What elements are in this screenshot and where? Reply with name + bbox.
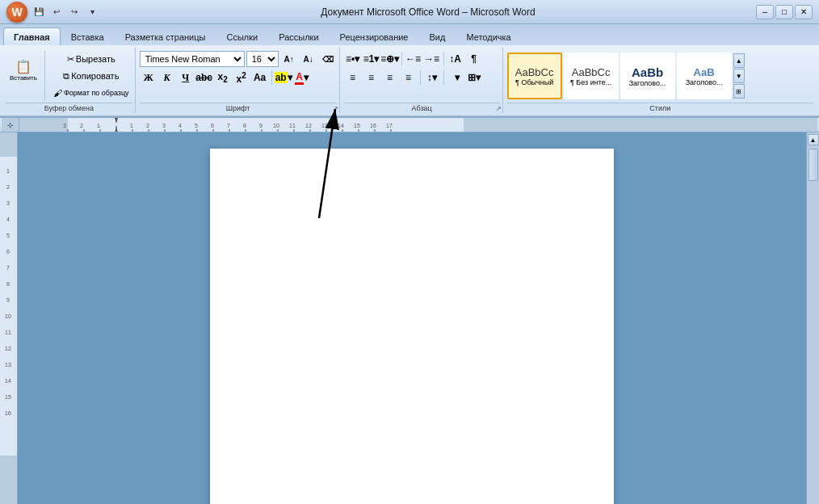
style-no-spacing-label: ¶ Без инте... — [570, 78, 611, 86]
bullets-button[interactable]: ≡•▾ — [344, 51, 362, 67]
align-center-button[interactable]: ≡ — [363, 69, 380, 86]
format-painter-button[interactable]: 🖌 Формат по образцу — [50, 85, 132, 101]
ruler-corner[interactable]: ⊹ — [2, 118, 19, 132]
title-bar: W 💾 ↩ ↪ ▾ Документ Microsoft Office Word… — [0, 0, 819, 24]
redo-button[interactable]: ↪ — [66, 4, 82, 20]
highlight-button[interactable]: ab▾ — [275, 69, 292, 86]
main-area: 1 2 3 4 5 6 7 8 9 10 11 12 13 14 15 16 — [0, 132, 819, 504]
tab-page-layout[interactable]: Разметка страницы — [115, 27, 216, 45]
decrease-indent-button[interactable]: ←≡ — [405, 51, 422, 67]
svg-rect-2 — [464, 118, 817, 132]
tab-review[interactable]: Рецензирование — [330, 27, 419, 45]
tab-insert[interactable]: Вставка — [61, 27, 115, 45]
svg-text:3: 3 — [6, 200, 10, 206]
svg-text:6: 6 — [211, 123, 214, 128]
save-button[interactable]: 💾 — [31, 4, 47, 20]
shading-button[interactable]: ▾ — [447, 69, 464, 86]
svg-text:8: 8 — [6, 281, 10, 287]
svg-text:14: 14 — [338, 123, 344, 128]
horizontal-ruler: ⊹ 3 2 1 1 2 3 — [0, 118, 819, 132]
svg-text:12: 12 — [305, 123, 312, 128]
strikethrough-button[interactable]: abc — [195, 69, 213, 86]
style-normal[interactable]: AaBbCc ¶ Обычный — [507, 52, 562, 99]
scroll-up-button[interactable]: ▲ — [808, 134, 819, 145]
cut-button[interactable]: ✂ Вырезать — [50, 51, 132, 67]
change-case-icon: Aa — [254, 72, 266, 83]
maximize-button[interactable]: □ — [775, 5, 793, 19]
tab-methodics[interactable]: Методичка — [456, 27, 521, 45]
justify-button[interactable]: ≡ — [400, 69, 418, 86]
show-hide-button[interactable]: ¶ — [465, 51, 483, 67]
document-page[interactable] — [210, 149, 614, 504]
underline-button[interactable]: Ч — [177, 69, 195, 86]
multilevel-button[interactable]: ≡⊕▾ — [381, 51, 399, 67]
svg-text:3: 3 — [162, 123, 166, 128]
svg-text:12: 12 — [5, 346, 11, 351]
font-size-select[interactable]: 16 12 14 18 — [246, 51, 279, 67]
line-spacing-icon: ↕ — [427, 72, 432, 83]
font-size-decrease-button[interactable]: A↓ — [300, 51, 317, 67]
superscript-button[interactable]: x2 — [233, 69, 250, 86]
style-normal-preview: AaBbCc — [515, 66, 554, 78]
paragraph-group-expand[interactable]: ↗ — [496, 105, 502, 112]
numbering-button[interactable]: ≡1▾ — [363, 51, 380, 67]
tab-references[interactable]: Ссылки — [216, 27, 268, 45]
paste-button[interactable]: 📋 Вставить — [6, 51, 41, 91]
window-title: Документ Microsoft Office Word – Microso… — [321, 6, 535, 18]
svg-text:7: 7 — [227, 123, 230, 128]
styles-navigation: ▲ ▼ ⊞ — [733, 53, 745, 99]
copy-button[interactable]: ⧉ Копировать — [50, 68, 132, 84]
svg-text:1: 1 — [97, 123, 100, 128]
font-size-increase-button[interactable]: A↑ — [280, 51, 298, 67]
svg-text:5: 5 — [6, 233, 10, 238]
close-button[interactable]: ✕ — [795, 5, 813, 19]
vertical-ruler: 1 2 3 4 5 6 7 8 9 10 11 12 13 14 15 16 — [0, 132, 18, 504]
subscript-button[interactable]: x2 — [214, 69, 232, 86]
border-button[interactable]: ⊞▾ — [465, 69, 483, 86]
quick-access-toolbar: 💾 ↩ ↪ ▾ — [31, 4, 100, 20]
svg-text:10: 10 — [273, 123, 279, 128]
ruler-body[interactable]: 3 2 1 1 2 3 4 5 6 7 — [19, 118, 817, 132]
italic-button[interactable]: К — [158, 69, 176, 86]
copy-icon: ⧉ — [63, 71, 69, 82]
styles-scroll-down[interactable]: ▼ — [733, 69, 745, 83]
styles-scroll-up[interactable]: ▲ — [733, 53, 745, 68]
increase-indent-icon: →≡ — [424, 53, 439, 65]
tab-mailings[interactable]: Рассылки — [268, 27, 329, 45]
style-heading1[interactable]: AaBb Заголово... — [620, 52, 675, 99]
align-left-button[interactable]: ≡ — [344, 69, 362, 86]
border-icon: ⊞ — [468, 72, 476, 83]
tab-home[interactable]: Главная — [3, 27, 61, 45]
svg-text:7: 7 — [6, 265, 10, 271]
font-color-button[interactable]: A▾ — [293, 69, 311, 86]
font-group-expand[interactable]: ↗ — [333, 105, 338, 112]
quick-access-dropdown[interactable]: ▾ — [84, 4, 100, 20]
align-center-icon: ≡ — [368, 72, 374, 83]
document-canvas[interactable] — [18, 132, 806, 504]
minimize-button[interactable]: – — [756, 5, 774, 19]
bold-button[interactable]: Ж — [140, 69, 158, 86]
style-heading2[interactable]: AaB Заголово... — [677, 52, 732, 99]
svg-rect-48 — [0, 456, 18, 504]
font-label: Шрифт — [140, 103, 337, 113]
undo-button[interactable]: ↩ — [48, 4, 65, 20]
clear-format-button[interactable]: ⌫ — [319, 51, 337, 67]
styles-more[interactable]: ⊞ — [733, 84, 745, 99]
line-spacing-button[interactable]: ↕▾ — [423, 69, 441, 86]
sort-button[interactable]: ↕A — [447, 51, 464, 67]
increase-indent-button[interactable]: →≡ — [423, 51, 441, 67]
vertical-scrollbar[interactable]: ▲ ▼ — [806, 132, 819, 504]
styles-group: AaBbCc ¶ Обычный AaBbCc ¶ Без инте... Aa… — [505, 48, 816, 113]
svg-text:14: 14 — [5, 378, 11, 384]
align-right-button[interactable]: ≡ — [381, 69, 399, 86]
tab-view[interactable]: Вид — [419, 27, 456, 45]
office-button[interactable]: W — [6, 2, 27, 23]
paste-icon: 📋 — [15, 61, 32, 74]
ribbon: Главная Вставка Разметка страницы Ссылки… — [0, 24, 819, 118]
font-name-select[interactable]: Times New Roman Arial Calibri — [140, 51, 245, 67]
style-no-spacing[interactable]: AaBbCc ¶ Без инте... — [564, 52, 619, 99]
sort-icon: ↕A — [449, 53, 461, 65]
svg-text:5: 5 — [195, 123, 198, 128]
scroll-thumb[interactable] — [808, 149, 818, 181]
change-case-button[interactable]: Aa — [251, 69, 269, 86]
